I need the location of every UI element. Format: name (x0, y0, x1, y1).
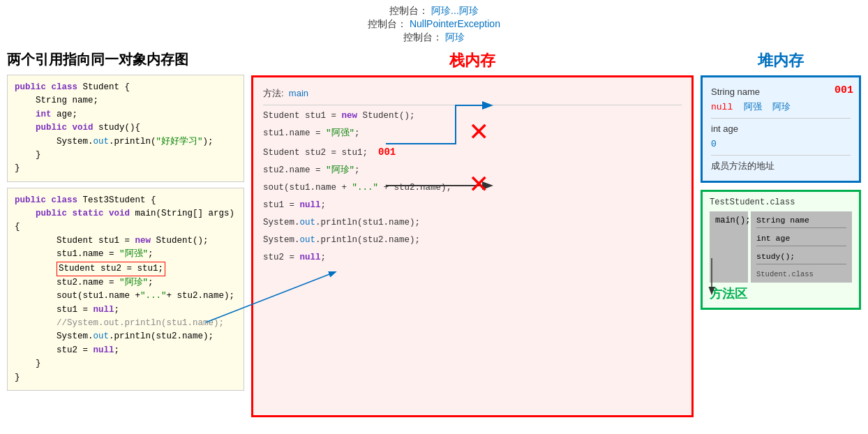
section-title: 两个引用指向同一对象内存图 (7, 50, 244, 69)
student-class-label: Student.class (756, 270, 846, 278)
code-line: String name; (15, 94, 237, 107)
code-line: } (15, 357, 237, 371)
heap-val-null: null (711, 102, 733, 112)
stack-title: 栈内存 (251, 50, 694, 71)
heap-title: 堆内存 (701, 50, 861, 71)
console-line-1: 控制台： 阿珍...阿珍 (0, 5, 868, 17)
heap-val-azhen: 阿珍 (772, 102, 791, 112)
console-line-3: 控制台： 阿珍 (0, 31, 868, 44)
code-line: System.out.println(stu2.name); (15, 330, 237, 343)
stack-line-5: sout(stu1.name + "..." + stu2.name); (263, 179, 682, 197)
code-line: sout(stu1.name +"..."+ stu2.name); (15, 290, 237, 303)
console-area: 控制台： 阿珍...阿珍 控制台： NullPointerException 控… (0, 0, 868, 47)
main-method-label: main(); (715, 216, 742, 225)
code-line: stu1.name = "阿强"; (15, 248, 237, 261)
console-val-1: 阿珍...阿珍 (431, 5, 479, 16)
console-label-3: 控制台： (403, 31, 442, 43)
code-line: } (15, 149, 237, 162)
console-label-1: 控制台： (389, 5, 428, 16)
code-line: System.out.println("好好学习"); (15, 135, 237, 149)
main-area: 两个引用指向同一对象内存图 public class Student { Str… (0, 50, 868, 417)
code-line: public class Test3Student { (15, 194, 237, 207)
heap-age-val: 0 (711, 137, 851, 152)
code-line: public static void main(String[] args) { (15, 207, 237, 234)
code-line: stu2.name = "阿珍"; (15, 276, 237, 290)
heap-object-box: 001 String name null 阿强 阿珍 int age 0 成员方… (701, 75, 861, 183)
stack-line-2: stu1.name = "阿强"; (263, 125, 682, 142)
test-student-class-label: TestStudent.class (710, 197, 852, 207)
stack-box: 方法: main Student stu1 = new Student(); s… (251, 75, 694, 417)
right-panel: 堆内存 001 String name null 阿强 阿珍 int age 0… (701, 50, 861, 417)
code-line: Student stu1 = new Student(); (15, 234, 237, 248)
code-line: stu1 = null; (15, 304, 237, 317)
stack-line-4: stu2.name = "阿珍"; (263, 162, 682, 179)
stack-line-1: Student stu1 = new Student(); (263, 107, 682, 125)
study-row: study(); (756, 252, 846, 264)
console-label-2: 控制台： (368, 18, 407, 29)
stack-line-3: Student stu2 = stu1; 001 (263, 142, 682, 162)
heap-member-method: 成员方法的地址 (711, 158, 851, 174)
code-line-highlighted: Student stu2 = stu1; (15, 262, 237, 276)
int-age-row: int age (756, 234, 846, 246)
code-line: public class Student { (15, 81, 237, 94)
method-inner: main(); String name int age study(); Stu… (710, 211, 852, 283)
method-col-right: String name int age study(); Student.cla… (751, 211, 852, 283)
console-line-2: 控制台： NullPointerException (0, 18, 868, 31)
stack-line-8: System.out.println(stu2.name); (263, 232, 682, 249)
stack-method-label: 方法: main (263, 84, 682, 103)
console-val-2: NullPointerException (410, 18, 500, 29)
code-box-test3student: public class Test3Student { public stati… (7, 188, 244, 391)
code-line: int age; (15, 108, 237, 121)
heap-field-vals: null 阿强 阿珍 (711, 100, 851, 115)
stack-panel: 栈内存 方法: main Student stu1 = new Student(… (251, 50, 694, 417)
method-area-box: TestStudent.class main(); String name in… (701, 190, 861, 310)
heap-badge: 001 (835, 82, 853, 100)
stack-line-9: stu2 = null; (263, 249, 682, 267)
method-area-title: 方法区 (710, 285, 852, 302)
heap-val-aqiang: 阿强 (744, 102, 762, 112)
stack-line-6: stu1 = null; (263, 197, 682, 214)
code-line: public void study(){ (15, 121, 237, 135)
string-name-row: String name (756, 216, 846, 228)
code-line: } (15, 162, 237, 175)
code-box-student: public class Student { String name; int … (7, 75, 244, 182)
left-panel: 两个引用指向同一对象内存图 public class Student { Str… (7, 50, 244, 417)
heap-field-string-name: String name (711, 84, 851, 100)
heap-field-int-age: int age (711, 121, 851, 137)
console-val-3: 阿珍 (445, 31, 465, 43)
code-line: //System.out.println(stu1.name); (15, 317, 237, 330)
stack-line-7: System.out.println(stu1.name); (263, 214, 682, 232)
code-line: } (15, 371, 237, 384)
code-line: stu2 = null; (15, 344, 237, 357)
method-col-left: main(); (710, 211, 748, 283)
